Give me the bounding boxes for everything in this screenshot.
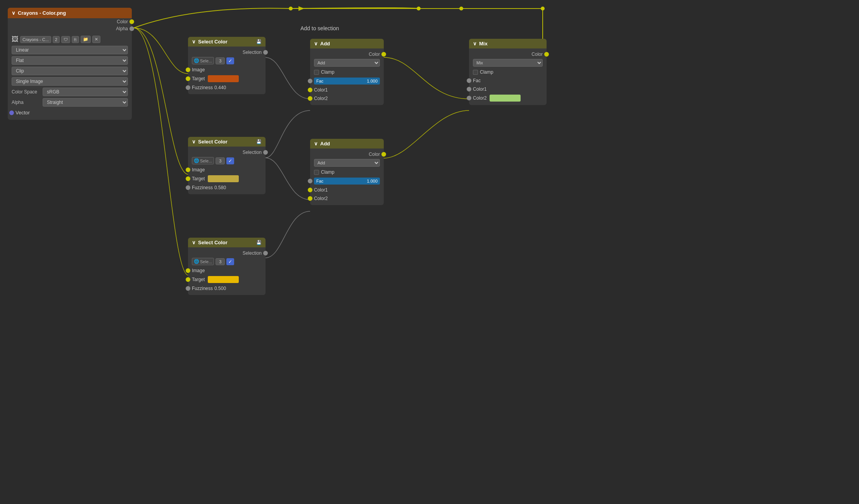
sc2-image-row: Image <box>188 166 266 174</box>
sc1-fuzz-label: Fuzziness <box>192 85 213 90</box>
projection-select[interactable]: Clip Repeat <box>12 67 128 75</box>
add2-body: Color Add Mix Clamp Fac 1.000 Color1 <box>310 148 384 205</box>
add1-header: ∨ Add <box>310 39 384 48</box>
alpha-select[interactable]: Straight Premultiplied Channel Packed No… <box>43 98 128 107</box>
image-icon: 🖼 <box>12 35 19 43</box>
image-name-display[interactable]: Crayons - C... <box>20 36 51 43</box>
image-texture-body: 🖼 Crayons - C... 2 🛡 ⎘ 📁 ✕ Linear Closes… <box>8 32 132 120</box>
sc1-num[interactable]: 3 <box>216 57 225 64</box>
colorspace-label: Color Space <box>12 89 43 95</box>
add2-collapse[interactable]: ∨ <box>314 141 318 147</box>
sc1-save-icon[interactable]: 💾 <box>256 39 262 44</box>
sc2-check-btn[interactable]: ✓ <box>226 157 234 164</box>
folder-icon[interactable]: 📁 <box>81 36 91 43</box>
sc3-globe-btn[interactable]: 🌐 Sele... <box>192 258 214 265</box>
sc3-save-icon[interactable]: 💾 <box>256 240 262 245</box>
sc1-collapse[interactable]: ∨ <box>192 39 196 45</box>
sc1-header: ∨ Select Color 💾 <box>188 37 266 47</box>
add2-fac-bar[interactable]: Fac 1.000 <box>314 178 380 185</box>
close-icon[interactable]: ✕ <box>92 36 100 43</box>
sc2-num[interactable]: 3 <box>216 157 225 164</box>
add2-fac-value: 1.000 <box>367 179 378 183</box>
sc3-num[interactable]: 3 <box>216 258 225 265</box>
image-texture-title: Crayons - Color.png <box>18 10 66 16</box>
add1-collapse[interactable]: ∨ <box>314 41 318 47</box>
sc1-check-btn[interactable]: ✓ <box>226 57 234 64</box>
alpha-label: Alpha <box>12 100 43 105</box>
shield-icon[interactable]: 🛡 <box>61 36 70 43</box>
sc1-target-swatch[interactable] <box>208 75 239 82</box>
sc2-save-icon[interactable]: 💾 <box>256 139 262 144</box>
add1-color2-socket <box>308 96 312 101</box>
sc2-selection-label: Selection <box>243 150 262 155</box>
add1-body: Color Add Mix Multiply Clamp Fac 1.000 <box>310 48 384 105</box>
sc3-target-socket <box>186 277 190 282</box>
sc1-fuzz-value: 0.440 <box>214 85 226 90</box>
image-icon-bar: 🖼 Crayons - C... 2 🛡 ⎘ 📁 ✕ <box>12 35 128 43</box>
mix-clamp-label: Clamp <box>480 69 493 75</box>
sc3-target-row: Target <box>188 275 266 284</box>
interpolation-select[interactable]: Linear Closest Cubic Smart <box>12 46 128 54</box>
sc3-fuzz-value: 0.500 <box>214 286 226 291</box>
add2-header: ∨ Add <box>310 139 384 148</box>
svg-point-1 <box>289 7 293 10</box>
mix-blend-select[interactable]: Mix Add Multiply <box>473 59 543 67</box>
sc3-target-swatch[interactable] <box>208 276 239 283</box>
sc3-check-btn[interactable]: ✓ <box>226 258 234 265</box>
sc3-fuzziness-row: Fuzziness 0.500 <box>188 284 266 293</box>
add2-blend-row: Add Mix <box>310 158 384 168</box>
mix-fac-row: Fac <box>469 76 547 85</box>
add1-fac-bar[interactable]: Fac 1.000 <box>314 78 380 85</box>
add2-title: Add <box>320 141 330 147</box>
mix-color2-swatch[interactable] <box>490 95 521 102</box>
image-texture-node: ∨ Crayons - Color.png Color Alpha 🖼 Cray… <box>8 8 132 120</box>
sc2-title: Select Color <box>198 139 228 145</box>
mix-fac-label: Fac <box>473 78 481 83</box>
sc1-selector-row: 🌐 Sele... 3 ✓ <box>188 56 266 66</box>
sc2-collapse[interactable]: ∨ <box>192 139 196 145</box>
sc2-target-socket <box>186 176 190 181</box>
add-node-1: ∨ Add Color Add Mix Multiply Clamp Fac 1… <box>310 39 384 105</box>
add2-clamp-checkbox[interactable] <box>314 170 319 175</box>
alpha-output-row: Alpha <box>8 25 132 32</box>
mix-color1-label: Color1 <box>473 86 486 92</box>
sc2-target-swatch[interactable] <box>208 175 239 182</box>
sc1-image-row: Image <box>188 66 266 74</box>
image-num[interactable]: 2 <box>53 36 60 43</box>
sc2-globe-btn[interactable]: 🌐 Sele... <box>192 157 214 164</box>
add1-color2-label: Color2 <box>314 96 328 101</box>
add1-color1-label: Color1 <box>314 87 328 93</box>
sc2-fuzziness-row: Fuzziness 0.580 <box>188 183 266 192</box>
sc1-target-row: Target <box>188 74 266 83</box>
mix-collapse[interactable]: ∨ <box>473 41 477 47</box>
extension-select[interactable]: Flat Repeat Extend <box>12 56 128 65</box>
add1-blend-row: Add Mix Multiply <box>310 58 384 68</box>
mix-clamp-checkbox[interactable] <box>473 70 478 75</box>
add2-fac-row: Fac 1.000 <box>310 176 384 186</box>
sc1-globe-btn[interactable]: 🌐 Sele... <box>192 57 214 64</box>
svg-point-3 <box>459 7 463 10</box>
sc3-collapse[interactable]: ∨ <box>192 240 196 245</box>
mix-blend-row: Mix Add Multiply <box>469 58 547 68</box>
sc2-fuzz-value: 0.580 <box>214 185 226 190</box>
mix-fac-socket <box>467 78 471 83</box>
select-color-node-2: ∨ Select Color 💾 Selection 🌐 Sele... 3 ✓… <box>188 137 266 194</box>
mix-color2-row: Color2 <box>469 93 547 103</box>
mix-color-output-row: Color <box>469 51 547 58</box>
colorspace-select[interactable]: sRGB Linear Non-Color <box>43 88 128 96</box>
add2-color1-socket <box>308 188 312 192</box>
copy-icon[interactable]: ⎘ <box>72 36 79 43</box>
sc2-selector-row: 🌐 Sele... 3 ✓ <box>188 156 266 166</box>
add1-blend-select[interactable]: Add Mix Multiply <box>314 59 380 67</box>
collapse-chevron[interactable]: ∨ <box>12 10 16 16</box>
add2-blend-select[interactable]: Add Mix <box>314 159 380 167</box>
add1-color1-socket <box>308 88 312 92</box>
sc1-image-label: Image <box>192 67 205 72</box>
add2-color1-row: Color1 <box>310 186 384 194</box>
add1-clamp-checkbox[interactable] <box>314 70 319 75</box>
add1-fac-value: 1.000 <box>367 79 378 83</box>
sc1-target-socket <box>186 76 190 81</box>
add2-color2-row: Color2 <box>310 194 384 203</box>
source-select[interactable]: Single Image Movie Sequence <box>12 77 128 86</box>
projection-row: Clip Repeat <box>12 67 128 75</box>
